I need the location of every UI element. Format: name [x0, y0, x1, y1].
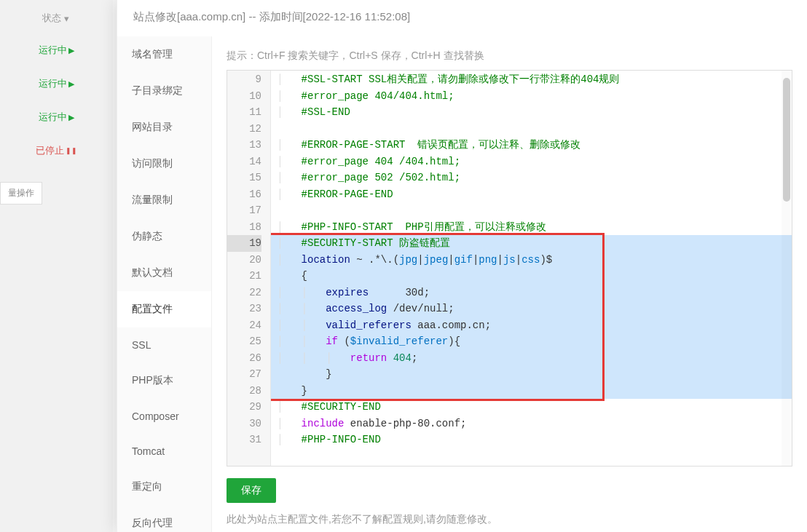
sidebar-item-8[interactable]: SSL — [117, 327, 211, 362]
sidebar-item-7[interactable]: 配置文件 — [117, 291, 211, 327]
code-line[interactable]: } — [271, 383, 792, 400]
status-label: 状态 — [42, 12, 61, 25]
gutter-line: 16 — [227, 186, 261, 203]
sidebar-item-3[interactable]: 访问限制 — [117, 146, 211, 182]
sidebar-item-6[interactable]: 默认文档 — [117, 255, 211, 291]
code-line[interactable] — [271, 202, 792, 219]
caret-down-icon: ▾ — [64, 13, 69, 24]
vertical-scrollbar[interactable] — [782, 71, 792, 466]
code-line[interactable]: │ │ if ($invalid_referer){ — [271, 333, 792, 350]
editor-hint: 提示：Ctrl+F 搜索关键字，Ctrl+S 保存，Ctrl+H 查找替换 — [227, 49, 792, 63]
code-line[interactable]: │ #error_page 404/404.html; — [271, 88, 792, 105]
modal-content: 提示：Ctrl+F 搜索关键字，Ctrl+S 保存，Ctrl+H 查找替换 91… — [212, 36, 807, 532]
status-pane: 状态 ▾ 运行中▶运行中▶运行中▶已停止❚❚ 量操作 — [0, 0, 113, 532]
gutter-line: 24 — [227, 317, 261, 334]
gutter-line: 10 — [227, 88, 261, 105]
gutter-line: 14 — [227, 154, 261, 170]
code-line[interactable]: │ include enable-php-80.conf; — [271, 416, 792, 432]
save-button[interactable]: 保存 — [227, 478, 276, 503]
code-line[interactable]: │ #SSL-START SSL相关配置，请勿删除或修改下一行带注释的404规则 — [271, 71, 792, 88]
sidebar-item-2[interactable]: 网站目录 — [117, 109, 211, 146]
gutter-line: 20 — [227, 252, 261, 269]
play-icon: ▶ — [68, 113, 74, 122]
play-icon: ▶ — [68, 79, 74, 89]
code-line[interactable]: │ #error_page 502 /502.html; — [271, 170, 792, 186]
gutter-line: 29 — [227, 399, 261, 416]
gutter-line: 9 — [227, 71, 261, 88]
editor-code[interactable]: │ #SSL-START SSL相关配置，请勿删除或修改下一行带注释的404规则… — [271, 71, 792, 466]
code-line[interactable]: │ │ valid_referers aaa.comp.cn; — [271, 317, 792, 334]
status-running[interactable]: 运行中▶ — [36, 100, 77, 134]
modal-title: 站点修改[aaa.comp.cn] -- 添加时间[2022-12-16 11:… — [117, 0, 807, 36]
code-editor[interactable]: 9101112131415161718192021222324252627282… — [227, 70, 792, 467]
gutter-line: 26 — [227, 350, 261, 367]
sidebar-item-10[interactable]: Composer — [117, 399, 211, 434]
modal-sidebar: 域名管理子目录绑定网站目录访问限制流量限制伪静态默认文档配置文件SSLPHP版本… — [117, 36, 212, 532]
code-line[interactable]: │ #ERROR-PAGE-END — [271, 186, 792, 203]
code-line[interactable] — [271, 121, 792, 138]
gutter-line: 22 — [227, 285, 261, 301]
gutter-line: 11 — [227, 104, 261, 121]
play-icon: ▶ — [68, 46, 74, 55]
code-line[interactable]: } — [271, 366, 792, 383]
site-modal: 站点修改[aaa.comp.cn] -- 添加时间[2022-12-16 11:… — [117, 0, 807, 532]
gutter-line: 23 — [227, 301, 261, 317]
sidebar-item-13[interactable]: 反向代理 — [117, 505, 211, 532]
code-line[interactable]: │ #SSL-END — [271, 104, 792, 121]
code-line[interactable]: │ │ │ return 404; — [271, 350, 792, 367]
code-line[interactable]: { — [271, 268, 792, 285]
code-line[interactable]: │ │ access_log /dev/null; — [271, 301, 792, 317]
gutter-line: 17 — [227, 202, 261, 219]
code-line[interactable]: │ #error_page 404 /404.html; — [271, 154, 792, 170]
sidebar-item-9[interactable]: PHP版本 — [117, 362, 211, 399]
sidebar-item-1[interactable]: 子目录绑定 — [117, 73, 211, 109]
code-line[interactable]: │ #PHP-INFO-START PHP引用配置，可以注释或修改 — [271, 219, 792, 236]
config-warning: 此处为站点主配置文件,若您不了解配置规则,请勿随意修改。 — [227, 513, 792, 526]
gutter-line: 31 — [227, 432, 261, 448]
editor-gutter: 9101112131415161718192021222324252627282… — [227, 71, 271, 466]
gutter-line: 21 — [227, 268, 261, 285]
status-running[interactable]: 运行中▶ — [36, 33, 77, 67]
scrollbar-thumb[interactable] — [783, 78, 790, 202]
code-line[interactable]: │ │ expires 30d; — [271, 285, 792, 301]
code-line[interactable]: │ #ERROR-PAGE-START 错误页配置，可以注释、删除或修改 — [271, 137, 792, 154]
code-line[interactable]: │ #SECURITY-START 防盗链配置 — [271, 235, 792, 252]
gutter-line: 30 — [227, 416, 261, 432]
sidebar-item-12[interactable]: 重定向 — [117, 469, 211, 505]
batch-operate[interactable]: 量操作 — [0, 182, 42, 205]
code-line[interactable]: │ location ~ .*\.(jpg|jpeg|gif|png|js|cs… — [271, 252, 792, 269]
gutter-line: 28 — [227, 383, 261, 400]
gutter-line: 15 — [227, 170, 261, 186]
sidebar-item-0[interactable]: 域名管理 — [117, 36, 211, 73]
status-running[interactable]: 运行中▶ — [36, 67, 77, 100]
status-stopped[interactable]: 已停止❚❚ — [36, 134, 77, 167]
sidebar-item-4[interactable]: 流量限制 — [117, 182, 211, 218]
gutter-line: 25 — [227, 333, 261, 350]
gutter-line: 13 — [227, 137, 261, 154]
gutter-line: 12 — [227, 121, 261, 138]
sidebar-item-11[interactable]: Tomcat — [117, 434, 211, 469]
pause-icon: ❚❚ — [66, 147, 77, 154]
sidebar-item-5[interactable]: 伪静态 — [117, 218, 211, 255]
status-column-header[interactable]: 状态 ▾ — [0, 6, 69, 33]
gutter-line: 19 — [227, 235, 261, 252]
code-line[interactable]: │ #PHP-INFO-END — [271, 432, 792, 448]
gutter-line: 18 — [227, 219, 261, 236]
gutter-line: 27 — [227, 366, 261, 383]
code-line[interactable]: │ #SECURITY-END — [271, 399, 792, 416]
